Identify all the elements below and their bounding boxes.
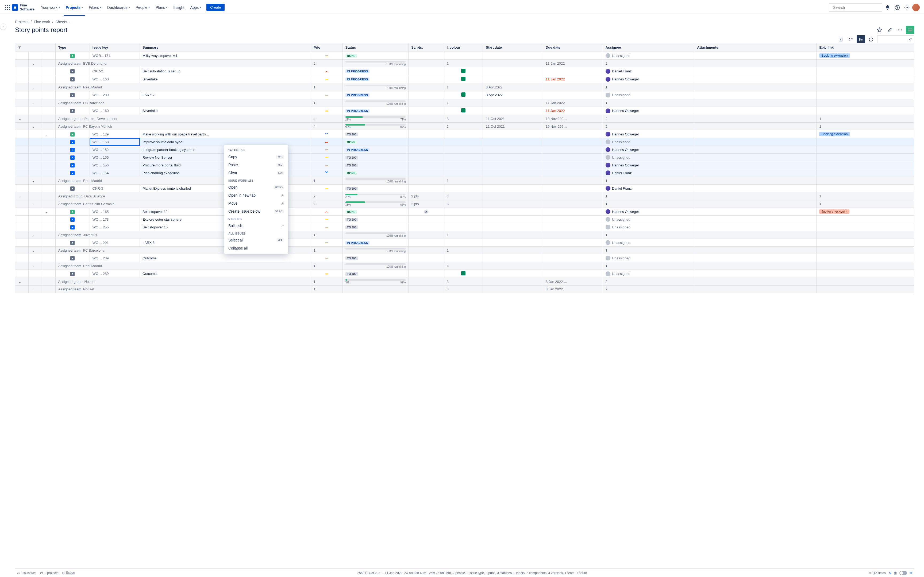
help-icon[interactable] <box>893 3 901 12</box>
col-key[interactable]: Issue key <box>90 43 140 46</box>
top-navigation: ◉ Fine Software Your work▾Projects▾Filte… <box>0 0 924 15</box>
page-header: Projects/ Fine work/ Sheets ▾ Story poin… <box>0 15 924 34</box>
svg-rect-6 <box>5 9 6 10</box>
nav-item-plans[interactable]: Plans▾ <box>153 4 170 11</box>
col-start[interactable]: Start date <box>483 43 543 46</box>
col-epic[interactable]: Epic link <box>817 43 914 46</box>
nav-item-filters[interactable]: Filters▾ <box>87 4 103 11</box>
svg-rect-8 <box>9 9 10 10</box>
svg-point-16 <box>909 39 912 41</box>
page-title: Story points report <box>15 26 67 34</box>
search-input[interactable] <box>833 5 880 10</box>
global-search[interactable] <box>829 3 882 12</box>
svg-rect-5 <box>9 7 10 8</box>
breadcrumb-projects[interactable]: Projects <box>15 20 29 24</box>
app-switcher-icon[interactable] <box>4 4 11 11</box>
svg-point-15 <box>901 29 902 30</box>
breadcrumb-chevron-icon[interactable]: ▾ <box>69 21 71 24</box>
product-logo[interactable]: ◉ Fine Software <box>12 3 34 11</box>
svg-point-13 <box>898 29 899 30</box>
col-pts[interactable]: St. pts. <box>409 43 444 46</box>
star-icon[interactable] <box>876 26 884 34</box>
notifications-icon[interactable] <box>884 3 892 12</box>
breadcrumb-sheets[interactable]: Sheets <box>55 20 67 24</box>
breadcrumbs: Projects/ Fine work/ Sheets ▾ <box>15 20 914 24</box>
col-status[interactable]: Status <box>342 43 409 46</box>
nav-items: Your work▾Projects▾Filters▾Dashboards▾Pe… <box>39 4 203 11</box>
nav-item-your-work[interactable]: Your work▾ <box>39 4 62 11</box>
nav-item-insight[interactable]: Insight <box>171 4 186 11</box>
more-icon[interactable] <box>896 26 904 34</box>
issues-table[interactable]: Type Issue key Summary Prio Status St. p… <box>15 43 914 45</box>
nav-item-dashboards[interactable]: Dashboards▾ <box>105 4 132 11</box>
svg-rect-1 <box>7 5 8 6</box>
sidebar-expand-handle[interactable]: › <box>0 24 6 30</box>
create-button[interactable]: Create <box>207 4 225 11</box>
col-colour[interactable]: I. colour <box>444 43 483 46</box>
nav-item-projects[interactable]: Projects▾ <box>64 4 85 11</box>
svg-rect-2 <box>9 5 10 6</box>
page-actions <box>876 26 914 34</box>
col-prio[interactable]: Prio <box>311 43 342 46</box>
col-summary[interactable]: Summary <box>140 43 311 46</box>
sheet-app-icon[interactable] <box>906 26 914 34</box>
nav-item-apps[interactable]: Apps▾ <box>188 4 203 11</box>
col-assignee[interactable]: Assignee <box>603 43 695 46</box>
col-type[interactable]: Type <box>55 43 90 46</box>
nav-item-people[interactable]: People▾ <box>134 4 152 11</box>
breadcrumb-space[interactable]: Fine work <box>34 20 50 24</box>
user-avatar[interactable] <box>912 4 920 11</box>
svg-rect-0 <box>5 5 6 6</box>
col-due[interactable]: Due date <box>543 43 603 46</box>
filter-column-header[interactable] <box>15 43 56 46</box>
svg-rect-7 <box>7 9 8 10</box>
svg-rect-3 <box>5 7 6 8</box>
settings-icon[interactable] <box>903 3 911 12</box>
svg-point-12 <box>906 7 908 8</box>
col-attachments[interactable]: Attachments <box>695 43 817 46</box>
edit-icon[interactable] <box>885 26 894 34</box>
svg-point-14 <box>900 29 900 30</box>
product-name: Fine Software <box>20 3 34 11</box>
svg-rect-4 <box>7 7 8 8</box>
